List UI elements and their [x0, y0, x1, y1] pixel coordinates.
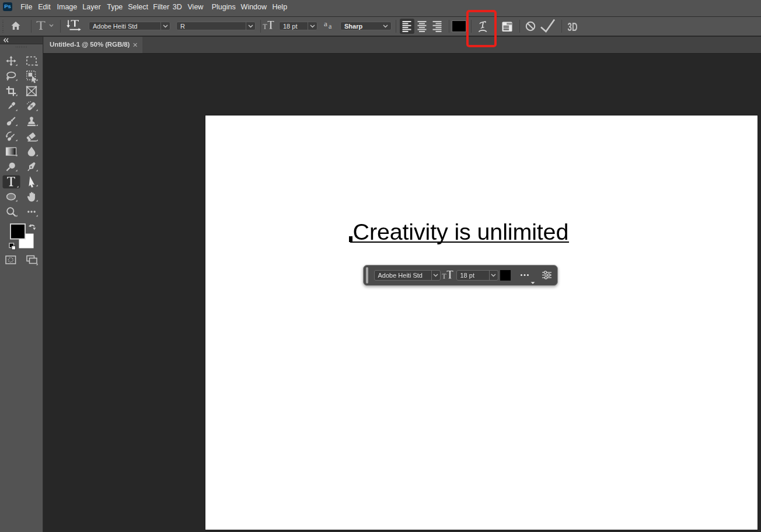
svg-text:3D: 3D [568, 21, 578, 33]
